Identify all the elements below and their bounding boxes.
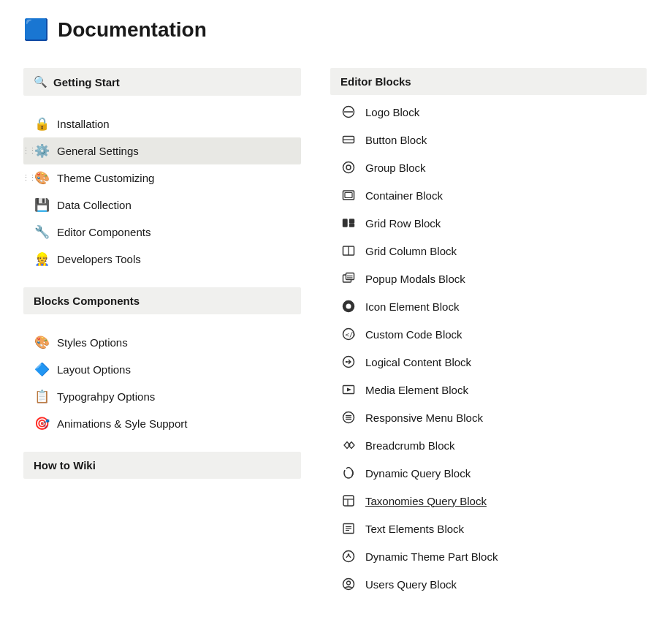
nav-item-grid-row-block[interactable]: Grid Row Block [330, 209, 647, 237]
svg-point-18 [346, 304, 351, 309]
svg-rect-8 [343, 219, 348, 227]
taxonomies-query-block-icon [340, 493, 357, 509]
sidebar-item-installation[interactable]: 🔒 Installation [23, 110, 301, 137]
art-icon: 🎨 [34, 335, 50, 350]
svg-rect-29 [343, 496, 354, 506]
getting-start-section: 🔍 Getting Start [23, 68, 301, 96]
nav-item-logical-content-block[interactable]: Logical Content Block [330, 348, 647, 376]
gear-icon: ⚙️ [34, 143, 50, 159]
svg-point-4 [343, 162, 354, 173]
page-title: Documentation [58, 18, 207, 42]
main-layout: 🔍 Getting Start 🔒 Installation ⚙️ Genera… [23, 68, 647, 598]
sidebar-item-theme-customizing[interactable]: 🎨 Theme Customizing [23, 164, 301, 192]
users-query-block-icon [340, 576, 357, 592]
database-icon: 💾 [34, 197, 50, 213]
svg-point-37 [348, 553, 349, 555]
nav-item-button-block[interactable]: Button Block [330, 126, 647, 154]
logical-content-block-icon [340, 354, 357, 370]
svg-point-39 [347, 581, 351, 585]
custom-code-block-icon: </> [340, 326, 357, 342]
page-header: 🟦 Documentation [23, 18, 647, 42]
text-elements-block-icon [340, 520, 357, 537]
nav-item-popup-modals-block[interactable]: Popup Modals Block [330, 265, 647, 292]
sidebar-item-general-settings[interactable]: ⚙️ General Settings [23, 137, 301, 164]
button-block-icon [340, 132, 357, 148]
worker-icon: 👷 [34, 251, 50, 267]
nav-item-custom-code-block[interactable]: </> Custom Code Block [330, 320, 647, 348]
sidebar-item-styles-options[interactable]: 🎨 Styles Options [23, 329, 301, 356]
sidebar-item-data-collection[interactable]: 💾 Data Collection [23, 192, 301, 219]
blocks-components-section: Blocks Components 🎨 Styles Options 🔷 Lay… [23, 287, 301, 437]
nav-item-dynamic-query-block[interactable]: Dynamic Query Block [330, 459, 647, 487]
dynamic-query-block-icon [340, 465, 357, 481]
documentation-icon: 🟦 [23, 18, 49, 42]
blocks-components-header: Blocks Components [23, 287, 301, 314]
lock-icon: 🔒 [34, 116, 50, 132]
container-block-icon [340, 187, 357, 203]
animation-icon: 🎯 [34, 416, 50, 431]
palette-icon: 🎨 [34, 170, 50, 186]
nav-item-text-elements-block[interactable]: Text Elements Block [330, 515, 647, 542]
left-column: 🔍 Getting Start 🔒 Installation ⚙️ Genera… [23, 68, 301, 598]
nav-item-logo-block[interactable]: Logo Block [330, 98, 647, 126]
sidebar-item-typography-options[interactable]: 📋 Typograhpy Options [23, 383, 301, 410]
media-element-block-icon [340, 382, 357, 398]
right-column: Editor Blocks Logo Block Button Block [330, 68, 647, 598]
dynamic-theme-part-block-icon [340, 548, 357, 564]
search-icon: 🔍 [34, 75, 47, 88]
grid-row-block-icon [340, 215, 357, 231]
logo-block-icon [340, 104, 357, 120]
responsive-menu-block-icon [340, 409, 357, 425]
group-block-icon [340, 159, 357, 175]
how-to-wiki-section: How to Wiki [23, 452, 301, 479]
grid-column-block-icon [340, 243, 357, 259]
svg-point-36 [343, 551, 354, 562]
sidebar-item-developers-tools[interactable]: 👷 Developers Tools [23, 246, 301, 273]
svg-point-5 [346, 165, 351, 170]
nav-item-breadcrumb-block[interactable]: Breadcrumb Block [330, 431, 647, 459]
nav-item-responsive-menu-block[interactable]: Responsive Menu Block [330, 404, 647, 431]
sidebar-item-layout-options[interactable]: 🔷 Layout Options [23, 356, 301, 383]
typography-icon: 📋 [34, 389, 50, 404]
icon-element-block-icon [340, 298, 357, 314]
svg-rect-9 [350, 219, 354, 223]
nav-item-grid-column-block[interactable]: Grid Column Block [330, 237, 647, 265]
main-nav-list: 🔒 Installation ⚙️ General Settings 🎨 The… [23, 110, 301, 273]
sidebar-item-animations-style[interactable]: 🎯 Animations & Syle Support [23, 410, 301, 437]
nav-item-container-block[interactable]: Container Block [330, 181, 647, 209]
svg-marker-24 [347, 388, 351, 392]
nav-item-users-query-block[interactable]: Users Query Block [330, 570, 647, 598]
nav-item-dynamic-theme-part-block[interactable]: Dynamic Theme Part Block [330, 542, 647, 570]
svg-rect-7 [345, 193, 352, 198]
wrench-icon: 🔧 [34, 224, 50, 240]
nav-item-group-block[interactable]: Group Block [330, 154, 647, 181]
breadcrumb-block-icon [340, 437, 357, 453]
nav-item-icon-element-block[interactable]: Icon Element Block [330, 292, 647, 320]
svg-text:</>: </> [346, 331, 356, 338]
popup-modals-block-icon [340, 270, 357, 287]
sidebar-item-editor-components[interactable]: 🔧 Editor Components [23, 219, 301, 246]
grid-icon: 🔷 [34, 362, 50, 377]
editor-blocks-header: Editor Blocks [330, 68, 647, 95]
nav-item-taxonomies-query-block[interactable]: Taxonomies Query Block [330, 487, 647, 515]
svg-rect-10 [350, 224, 354, 227]
how-to-wiki-header: How to Wiki [23, 452, 301, 479]
nav-item-media-element-block[interactable]: Media Element Block [330, 376, 647, 404]
svg-point-22 [346, 361, 347, 363]
